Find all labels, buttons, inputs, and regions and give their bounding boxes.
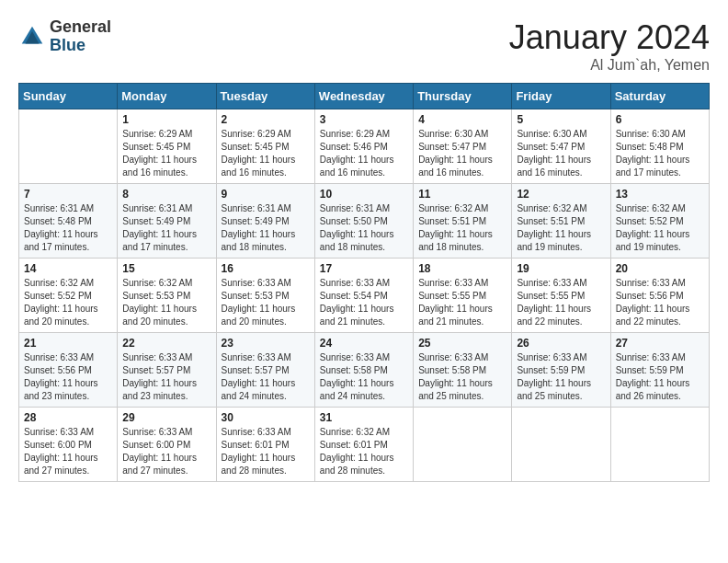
day-info: Sunrise: 6:33 AMSunset: 6:01 PMDaylight:…: [222, 426, 310, 477]
day-number: 1: [122, 113, 210, 126]
calendar-cell: 8Sunrise: 6:31 AMSunset: 5:49 PMDaylight…: [118, 184, 216, 259]
day-info: Sunrise: 6:29 AMSunset: 5:46 PMDaylight:…: [320, 128, 408, 179]
day-info: Sunrise: 6:33 AMSunset: 5:55 PMDaylight:…: [517, 277, 605, 328]
day-info: Sunrise: 6:30 AMSunset: 5:47 PMDaylight:…: [418, 128, 506, 179]
calendar-cell: 13Sunrise: 6:32 AMSunset: 5:52 PMDayligh…: [610, 184, 709, 259]
day-number: 30: [222, 411, 310, 424]
calendar-cell: 15Sunrise: 6:32 AMSunset: 5:53 PMDayligh…: [118, 259, 216, 333]
calendar-cell: 7Sunrise: 6:31 AMSunset: 5:48 PMDaylight…: [19, 184, 118, 259]
day-number: 21: [24, 337, 112, 350]
day-info: Sunrise: 6:32 AMSunset: 5:51 PMDaylight:…: [517, 202, 605, 254]
day-number: 4: [418, 113, 506, 126]
day-number: 13: [616, 188, 704, 201]
calendar-cell: 2Sunrise: 6:29 AMSunset: 5:45 PMDaylight…: [216, 109, 314, 184]
calendar-cell: 14Sunrise: 6:32 AMSunset: 5:52 PMDayligh…: [19, 259, 118, 333]
day-info: Sunrise: 6:33 AMSunset: 5:57 PMDaylight:…: [122, 351, 210, 403]
logo-blue: Blue: [50, 37, 111, 55]
day-info: Sunrise: 6:31 AMSunset: 5:49 PMDaylight:…: [122, 202, 210, 254]
calendar-week-row: 7Sunrise: 6:31 AMSunset: 5:48 PMDaylight…: [19, 184, 710, 259]
logo-text: General Blue: [50, 18, 111, 55]
day-number: 6: [616, 113, 704, 126]
day-number: 7: [24, 188, 112, 201]
page-header: General Blue January 2024 Al Jum`ah, Yem…: [18, 18, 710, 74]
day-number: 26: [517, 337, 605, 350]
title-block: January 2024 Al Jum`ah, Yemen: [509, 18, 710, 74]
calendar-cell: 12Sunrise: 6:32 AMSunset: 5:51 PMDayligh…: [512, 184, 610, 259]
day-info: Sunrise: 6:31 AMSunset: 5:48 PMDaylight:…: [24, 202, 112, 254]
day-number: 9: [222, 188, 310, 201]
calendar-cell: 28Sunrise: 6:33 AMSunset: 6:00 PMDayligh…: [19, 408, 118, 482]
day-number: 14: [24, 262, 112, 275]
calendar-cell: 9Sunrise: 6:31 AMSunset: 5:49 PMDaylight…: [216, 184, 314, 259]
day-number: 29: [122, 411, 210, 424]
day-info: Sunrise: 6:33 AMSunset: 6:00 PMDaylight:…: [122, 426, 210, 477]
day-number: 3: [320, 113, 408, 126]
day-number: 28: [24, 411, 112, 424]
day-header: Friday: [512, 84, 610, 109]
day-info: Sunrise: 6:33 AMSunset: 5:58 PMDaylight:…: [320, 351, 408, 403]
day-number: 17: [320, 262, 408, 275]
day-number: 19: [517, 262, 605, 275]
calendar-week-row: 1Sunrise: 6:29 AMSunset: 5:45 PMDaylight…: [19, 109, 710, 184]
calendar-cell: 4Sunrise: 6:30 AMSunset: 5:47 PMDaylight…: [414, 109, 512, 184]
day-number: 18: [418, 262, 506, 275]
day-info: Sunrise: 6:32 AMSunset: 5:51 PMDaylight:…: [418, 202, 506, 254]
day-info: Sunrise: 6:33 AMSunset: 5:55 PMDaylight:…: [418, 277, 506, 328]
calendar-cell: [19, 109, 118, 184]
day-header: Tuesday: [216, 84, 314, 109]
day-number: 24: [320, 337, 408, 350]
calendar-cell: 26Sunrise: 6:33 AMSunset: 5:59 PMDayligh…: [512, 333, 610, 408]
calendar-cell: 16Sunrise: 6:33 AMSunset: 5:53 PMDayligh…: [216, 259, 314, 333]
day-info: Sunrise: 6:31 AMSunset: 5:49 PMDaylight:…: [222, 202, 310, 254]
calendar-cell: 19Sunrise: 6:33 AMSunset: 5:55 PMDayligh…: [512, 259, 610, 333]
calendar-cell: 18Sunrise: 6:33 AMSunset: 5:55 PMDayligh…: [414, 259, 512, 333]
logo: General Blue: [18, 18, 111, 55]
day-number: 16: [222, 262, 310, 275]
calendar-cell: 3Sunrise: 6:29 AMSunset: 5:46 PMDaylight…: [314, 109, 413, 184]
day-info: Sunrise: 6:31 AMSunset: 5:50 PMDaylight:…: [320, 202, 408, 254]
logo-general: General: [50, 18, 111, 37]
day-info: Sunrise: 6:30 AMSunset: 5:48 PMDaylight:…: [616, 128, 704, 179]
day-info: Sunrise: 6:33 AMSunset: 5:58 PMDaylight:…: [418, 351, 506, 403]
day-number: 15: [122, 262, 210, 275]
calendar-table: SundayMondayTuesdayWednesdayThursdayFrid…: [18, 83, 710, 482]
day-number: 22: [122, 337, 210, 350]
month-title: January 2024: [509, 18, 710, 57]
calendar-cell: 1Sunrise: 6:29 AMSunset: 5:45 PMDaylight…: [118, 109, 216, 184]
day-info: Sunrise: 6:33 AMSunset: 5:59 PMDaylight:…: [517, 351, 605, 403]
calendar-cell: 31Sunrise: 6:32 AMSunset: 6:01 PMDayligh…: [314, 408, 413, 482]
calendar-cell: 17Sunrise: 6:33 AMSunset: 5:54 PMDayligh…: [314, 259, 413, 333]
day-number: 23: [222, 337, 310, 350]
calendar-cell: 10Sunrise: 6:31 AMSunset: 5:50 PMDayligh…: [314, 184, 413, 259]
day-number: 25: [418, 337, 506, 350]
day-info: Sunrise: 6:29 AMSunset: 5:45 PMDaylight:…: [222, 128, 310, 179]
day-info: Sunrise: 6:30 AMSunset: 5:47 PMDaylight:…: [517, 128, 605, 179]
calendar-cell: [414, 408, 512, 482]
calendar-cell: 30Sunrise: 6:33 AMSunset: 6:01 PMDayligh…: [216, 408, 314, 482]
day-info: Sunrise: 6:33 AMSunset: 5:57 PMDaylight:…: [222, 351, 310, 403]
day-header: Thursday: [414, 84, 512, 109]
day-info: Sunrise: 6:33 AMSunset: 5:56 PMDaylight:…: [616, 277, 704, 328]
calendar-cell: 21Sunrise: 6:33 AMSunset: 5:56 PMDayligh…: [19, 333, 118, 408]
calendar-cell: 6Sunrise: 6:30 AMSunset: 5:48 PMDaylight…: [610, 109, 709, 184]
day-info: Sunrise: 6:32 AMSunset: 5:53 PMDaylight:…: [122, 277, 210, 328]
day-header: Saturday: [610, 84, 709, 109]
day-number: 8: [122, 188, 210, 201]
day-info: Sunrise: 6:33 AMSunset: 5:56 PMDaylight:…: [24, 351, 112, 403]
calendar-cell: [610, 408, 709, 482]
calendar-week-row: 21Sunrise: 6:33 AMSunset: 5:56 PMDayligh…: [19, 333, 710, 408]
day-info: Sunrise: 6:33 AMSunset: 5:54 PMDaylight:…: [320, 277, 408, 328]
calendar-cell: 27Sunrise: 6:33 AMSunset: 5:59 PMDayligh…: [610, 333, 709, 408]
calendar-cell: [512, 408, 610, 482]
day-number: 12: [517, 188, 605, 201]
day-number: 27: [616, 337, 704, 350]
header-row: SundayMondayTuesdayWednesdayThursdayFrid…: [19, 84, 710, 109]
day-info: Sunrise: 6:32 AMSunset: 5:52 PMDaylight:…: [24, 277, 112, 328]
calendar-week-row: 28Sunrise: 6:33 AMSunset: 6:00 PMDayligh…: [19, 408, 710, 482]
calendar-cell: 29Sunrise: 6:33 AMSunset: 6:00 PMDayligh…: [118, 408, 216, 482]
calendar-cell: 5Sunrise: 6:30 AMSunset: 5:47 PMDaylight…: [512, 109, 610, 184]
day-info: Sunrise: 6:29 AMSunset: 5:45 PMDaylight:…: [122, 128, 210, 179]
day-number: 11: [418, 188, 506, 201]
day-number: 5: [517, 113, 605, 126]
calendar-cell: 11Sunrise: 6:32 AMSunset: 5:51 PMDayligh…: [414, 184, 512, 259]
